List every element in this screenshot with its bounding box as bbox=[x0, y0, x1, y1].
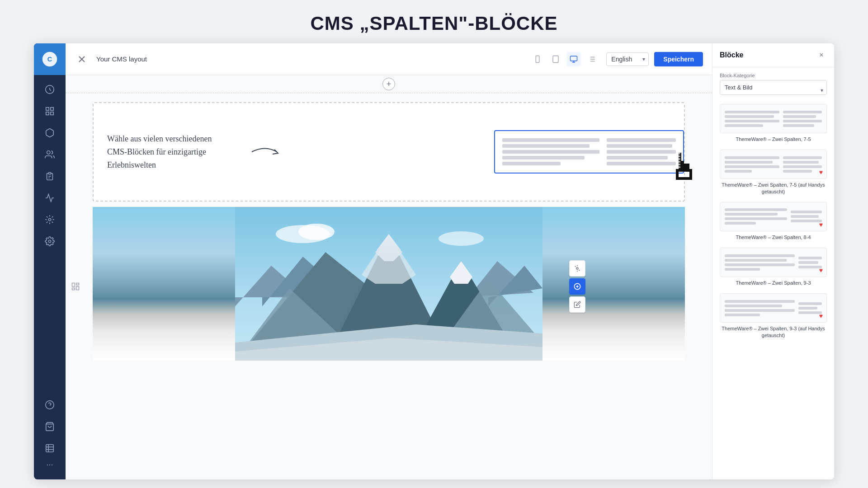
list-item[interactable]: ♥ ThemeWare® – Zwei Spalten, 8-4 bbox=[720, 202, 827, 240]
svg-rect-38 bbox=[72, 288, 75, 290]
heart-icon[interactable]: ♥ bbox=[819, 169, 823, 176]
language-selector[interactable]: English Deutsch Français bbox=[606, 52, 649, 66]
block-label-1: ThemeWare® – Zwei Spalten, 7-5 bbox=[720, 136, 827, 142]
svg-rect-55 bbox=[684, 169, 687, 172]
svg-rect-53 bbox=[679, 169, 681, 172]
save-button[interactable]: Speichern bbox=[654, 52, 703, 66]
svg-rect-61 bbox=[689, 174, 692, 177]
svg-rect-46 bbox=[681, 164, 684, 166]
pages-icon[interactable] bbox=[40, 101, 60, 121]
orders-icon[interactable] bbox=[40, 166, 60, 186]
svg-rect-65 bbox=[684, 177, 687, 180]
dashboard-icon[interactable] bbox=[40, 80, 60, 99]
svg-rect-56 bbox=[687, 169, 689, 172]
block-preview-area: Wähle aus vielen verschiedenen CMS-Blöck… bbox=[66, 93, 712, 479]
svg-text:C: C bbox=[47, 56, 52, 63]
svg-rect-37 bbox=[76, 286, 79, 290]
svg-rect-35 bbox=[72, 283, 75, 286]
thumb-col-right-3 bbox=[791, 211, 822, 222]
customers-icon[interactable] bbox=[40, 145, 60, 164]
settings-icon[interactable] bbox=[40, 231, 60, 251]
thumb-col-right-2 bbox=[783, 156, 822, 173]
block-thumbnail-4[interactable]: ♥ bbox=[720, 248, 827, 277]
block-thumbnail-5[interactable]: ♥ bbox=[720, 293, 827, 323]
svg-rect-47 bbox=[681, 166, 684, 169]
mountain-image-block bbox=[93, 207, 685, 361]
panel-close-button[interactable]: × bbox=[816, 50, 827, 61]
desktop-view-button[interactable] bbox=[566, 52, 581, 66]
svg-rect-54 bbox=[681, 169, 684, 172]
svg-rect-62 bbox=[676, 177, 679, 180]
block-thumbnail-2[interactable]: ♥ bbox=[720, 150, 827, 179]
close-button[interactable] bbox=[75, 52, 89, 66]
thumb-col-right-4 bbox=[798, 257, 822, 268]
dashed-block-container[interactable]: Wähle aus vielen verschiedenen CMS-Blöck… bbox=[93, 102, 685, 202]
list-item[interactable]: ♥ ThemeWare® – Zwei Spalten, 9-3 bbox=[720, 248, 827, 286]
sidebar-logo[interactable]: C bbox=[34, 43, 66, 75]
svg-rect-36 bbox=[76, 283, 79, 285]
page-title: CMS „SPALTEN"-BLÖCKE bbox=[0, 0, 868, 43]
editor-main: Wähle aus vielen verschiedenen CMS-Blöck… bbox=[66, 93, 712, 479]
right-side-tools bbox=[569, 260, 585, 313]
sidebar: C bbox=[34, 43, 66, 479]
svg-rect-45 bbox=[681, 161, 684, 164]
svg-rect-64 bbox=[681, 177, 684, 180]
svg-rect-3 bbox=[46, 108, 49, 110]
svg-rect-5 bbox=[46, 112, 49, 115]
block-thumbnail-1[interactable] bbox=[720, 104, 827, 133]
more-icon[interactable]: ··· bbox=[46, 460, 53, 474]
block-category-label: Block-Kategorie bbox=[712, 67, 834, 80]
plugins-icon[interactable] bbox=[40, 210, 60, 230]
settings-tool[interactable] bbox=[569, 260, 585, 277]
layout-tool[interactable] bbox=[68, 279, 83, 294]
list-item[interactable]: ThemeWare® – Zwei Spalten, 7-5 bbox=[720, 104, 827, 142]
add-block-tool[interactable] bbox=[569, 278, 585, 295]
products-icon[interactable] bbox=[40, 123, 60, 143]
help-icon[interactable] bbox=[40, 395, 60, 415]
top-bar: Your CMS layout bbox=[66, 43, 712, 75]
svg-point-12 bbox=[48, 240, 51, 243]
top-bar-right: English Deutsch Français Speichern bbox=[606, 52, 703, 66]
svg-rect-57 bbox=[689, 169, 692, 172]
svg-rect-22 bbox=[536, 56, 540, 62]
svg-rect-42 bbox=[679, 161, 681, 164]
layout-title: Your CMS layout bbox=[96, 55, 523, 63]
marketing-icon[interactable] bbox=[40, 188, 60, 208]
block-category-select[interactable]: Text & Bild Nur Text Nur Bild Alle bbox=[720, 80, 827, 95]
svg-rect-69 bbox=[679, 155, 680, 157]
blocks-panel: Blöcke × Block-Kategorie Text & Bild Nur… bbox=[712, 43, 834, 479]
table-icon[interactable] bbox=[40, 438, 60, 458]
language-select[interactable]: English Deutsch Français bbox=[606, 52, 649, 66]
block-label-4: ThemeWare® – Zwei Spalten, 9-3 bbox=[720, 280, 827, 286]
list-view-button[interactable] bbox=[585, 52, 599, 66]
svg-rect-6 bbox=[51, 112, 53, 115]
svg-rect-24 bbox=[553, 56, 558, 62]
selected-column-block[interactable] bbox=[494, 130, 684, 174]
svg-rect-49 bbox=[684, 166, 687, 169]
svg-point-77 bbox=[439, 231, 484, 246]
block-thumbnail-3[interactable]: ♥ bbox=[720, 202, 827, 231]
svg-rect-72 bbox=[679, 164, 680, 165]
tablet-view-button[interactable] bbox=[548, 52, 563, 66]
add-block-button[interactable]: + bbox=[382, 78, 395, 90]
svg-rect-39 bbox=[679, 153, 681, 155]
svg-rect-63 bbox=[679, 177, 681, 180]
block-category-select-wrapper[interactable]: Text & Bild Nur Text Nur Bild Alle bbox=[712, 80, 834, 100]
svg-rect-67 bbox=[689, 177, 692, 180]
column-right-content bbox=[607, 138, 676, 165]
svg-point-92 bbox=[576, 267, 578, 269]
edit-tool[interactable] bbox=[569, 296, 585, 313]
list-item[interactable]: ♥ ThemeWare® – Zwei Spalten, 7-5 (auf Ha… bbox=[720, 150, 827, 195]
shop-icon[interactable] bbox=[40, 417, 60, 436]
svg-rect-60 bbox=[676, 174, 679, 177]
mobile-view-button[interactable] bbox=[530, 52, 545, 66]
annotation-arrow bbox=[247, 141, 283, 163]
svg-rect-59 bbox=[689, 172, 692, 174]
svg-rect-16 bbox=[46, 445, 54, 452]
heart-icon[interactable]: ♥ bbox=[819, 221, 823, 228]
editor-area: + Wäh bbox=[66, 75, 712, 479]
heart-icon[interactable]: ♥ bbox=[819, 312, 823, 319]
heart-icon[interactable]: ♥ bbox=[819, 267, 823, 274]
svg-point-7 bbox=[47, 151, 50, 154]
list-item[interactable]: ♥ ThemeWare® – Zwei Spalten, 9-3 (auf Ha… bbox=[720, 293, 827, 338]
